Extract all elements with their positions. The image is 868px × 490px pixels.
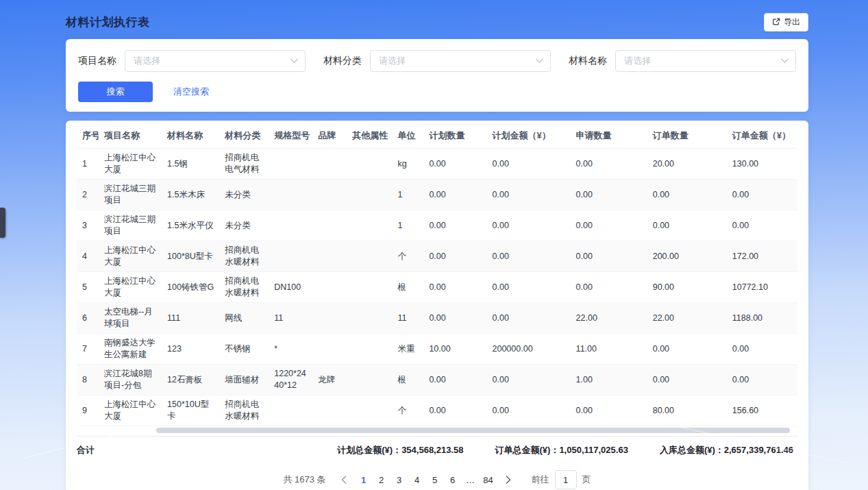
project-name-select[interactable]: 请选择	[125, 50, 306, 72]
table-cell: 22.00	[571, 303, 647, 334]
export-button[interactable]: 导出	[764, 13, 808, 32]
table-cell: 南钢盛达大学生公寓新建	[99, 334, 162, 365]
table-cell: 不锈钢	[219, 334, 269, 365]
page-button-5[interactable]: 5	[426, 471, 444, 489]
table-cell: 12石膏板	[162, 365, 219, 395]
table-cell: 0.00	[423, 395, 486, 426]
table-cell: 0.00	[487, 180, 571, 210]
table-cell: 上海松江中心大厦	[99, 395, 162, 426]
pagination-total: 共 1673 条	[283, 474, 325, 486]
table-cell	[347, 334, 392, 365]
table-cell: kg	[392, 149, 423, 180]
table-cell	[312, 210, 347, 241]
material-name-select[interactable]: 请选择	[615, 50, 796, 72]
export-label: 导出	[784, 16, 800, 28]
table-cell	[312, 241, 347, 272]
inbound-total-amount: 入库总金额(¥)：2,657,339,761.46	[660, 444, 793, 456]
table-cell: 1188.00	[727, 303, 797, 334]
drawer-handle[interactable]	[0, 208, 5, 238]
table-cell: 0.00	[487, 395, 571, 426]
table-cell	[347, 272, 392, 303]
table-cell	[269, 149, 312, 180]
table-cell: 5	[77, 272, 99, 303]
top-bar: 材料计划执行表 导出	[66, 0, 808, 32]
page-title: 材料计划执行表	[66, 14, 150, 30]
material-category-select[interactable]: 请选择	[370, 50, 551, 72]
page-button-4[interactable]: 4	[408, 471, 426, 489]
table-card: 序号项目名称材料名称材料分类规格型号品牌其他属性单位计划数量计划金额（¥）申请数…	[66, 121, 808, 490]
table-row: 3滨江花城三期项目1.5米水平仪未分类10.000.000.000.000.00	[77, 210, 797, 241]
page-button-3[interactable]: 3	[390, 471, 408, 489]
table-cell: 123	[162, 334, 219, 365]
table-cell: 0.00	[487, 241, 571, 272]
table-cell: DN100	[269, 272, 312, 303]
table-cell: 7	[77, 334, 99, 365]
table-cell: 0.00	[571, 395, 647, 426]
table-cell	[347, 395, 392, 426]
goto-page-input[interactable]	[555, 470, 577, 489]
goto-label: 前往	[532, 474, 549, 486]
table-cell	[312, 334, 347, 365]
table-cell: 11.00	[571, 334, 647, 365]
table-cell: 0.00	[423, 241, 486, 272]
table-cell: 米重	[392, 334, 423, 365]
table-cell: 0.00	[727, 334, 797, 365]
table-cell: 1	[392, 180, 423, 210]
table-cell: 0.00	[571, 241, 647, 272]
table-cell: 1	[392, 210, 423, 241]
table-cell: 0.00	[487, 210, 571, 241]
table-cell: 0.00	[727, 365, 797, 395]
pagination: 共 1673 条 123456…84 前往 页	[77, 463, 797, 490]
table-cell: 滨江花城8期项目-分包	[99, 365, 162, 395]
page-button-2[interactable]: 2	[373, 471, 390, 489]
goto-suffix: 页	[582, 474, 591, 486]
table-cell: 上海松江中心大厦	[99, 149, 162, 180]
table-cell: 3	[77, 210, 99, 241]
table-cell	[269, 210, 312, 241]
chevron-down-icon	[536, 59, 543, 64]
page-button-84[interactable]: 84	[480, 471, 497, 489]
clear-search-button[interactable]: 清空搜索	[173, 86, 209, 98]
table-cell: 上海松江中心大厦	[99, 241, 162, 272]
table-cell: 1.00	[571, 365, 647, 395]
table-cell: 龙牌	[312, 365, 347, 395]
search-button[interactable]: 搜索	[78, 82, 153, 102]
table-cell: 根	[392, 365, 423, 395]
column-header: 计划数量	[423, 122, 486, 149]
table-cell	[269, 180, 312, 210]
page-number-list: 123456…84	[355, 471, 497, 489]
page-ellipsis[interactable]: …	[462, 471, 480, 489]
table-cell: 2	[77, 180, 99, 210]
table-cell: 网线	[219, 303, 269, 334]
table-cell: 100*8U型卡	[162, 241, 219, 272]
chevron-down-icon	[781, 59, 789, 64]
table-cell: 150*10U型卡	[162, 395, 219, 426]
next-page-button[interactable]	[501, 476, 515, 484]
table-cell: 0.00	[727, 210, 797, 241]
column-header: 序号	[77, 122, 99, 149]
table-cell: 墙面辅材	[219, 365, 269, 395]
column-header: 申请数量	[571, 122, 647, 149]
table-cell: 太空电梯--月球项目	[99, 303, 162, 334]
table-cell: 招商机电电气材料	[219, 149, 269, 180]
scrollbar-thumb[interactable]	[156, 428, 791, 433]
table-row: 8滨江花城8期项目-分包12石膏板墙面辅材1220*2440*12龙牌根0.00…	[77, 365, 797, 395]
prev-page-button[interactable]	[337, 476, 351, 484]
main-container: 材料计划执行表 导出 项目名称 请选择	[66, 0, 808, 490]
column-header: 品牌	[312, 122, 347, 149]
material-name-placeholder: 请选择	[624, 55, 651, 67]
page-button-6[interactable]: 6	[444, 471, 462, 489]
table-cell: 0.00	[487, 365, 571, 395]
table-cell	[312, 149, 347, 180]
table-cell: 0.00	[647, 180, 727, 210]
material-category-placeholder: 请选择	[379, 55, 406, 67]
table-cell: 滨江花城三期项目	[99, 180, 162, 210]
table-cell	[312, 395, 347, 426]
table-cell: 0.00	[487, 303, 571, 334]
table-cell: 10772.10	[727, 272, 797, 303]
page-button-1[interactable]: 1	[355, 471, 373, 489]
table-cell: 130.00	[727, 149, 797, 180]
table-cell: 未分类	[219, 210, 269, 241]
table-cell	[347, 365, 392, 395]
table-cell: 滨江花城三期项目	[99, 210, 162, 241]
